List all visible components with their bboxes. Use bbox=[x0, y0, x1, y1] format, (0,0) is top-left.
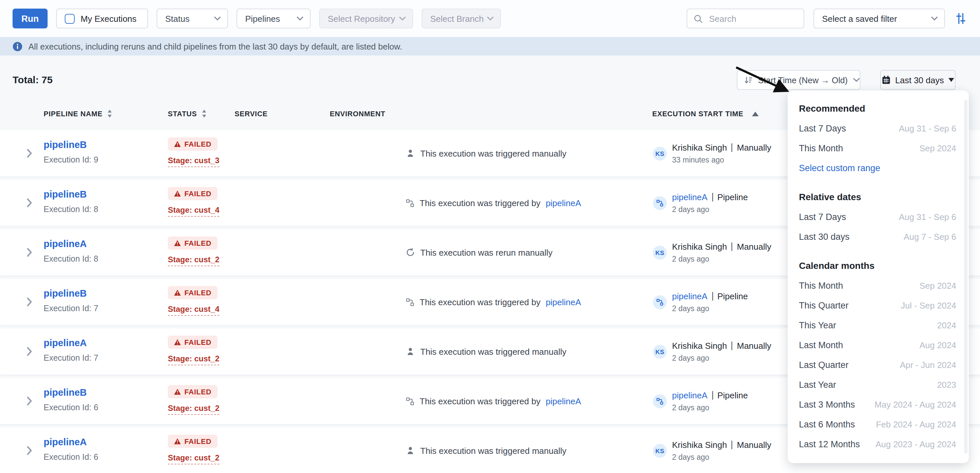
pipeline-name-link[interactable]: pipelineB bbox=[44, 387, 87, 398]
menu-item[interactable]: Last Year 2023 bbox=[788, 375, 969, 394]
header-status[interactable]: STATUS bbox=[168, 110, 207, 117]
menu-item[interactable]: Last 7 Days Aug 31 - Sep 6 bbox=[788, 118, 969, 138]
relative-time: 2 days ago bbox=[672, 453, 771, 461]
sort-arrows-icon[interactable] bbox=[202, 110, 207, 117]
trigger-message: This execution was triggered by bbox=[420, 297, 541, 307]
date-range-menu: Recommended Last 7 Days Aug 31 - Sep 6 T… bbox=[788, 90, 969, 463]
header-execution-start-time[interactable]: EXECUTION START TIME bbox=[652, 110, 759, 117]
info-icon bbox=[13, 41, 22, 51]
execution-id: Execution Id: 7 bbox=[44, 304, 98, 313]
search-box[interactable] bbox=[687, 9, 804, 29]
sort-dropdown[interactable]: Start Time (New → Old) bbox=[737, 70, 861, 90]
status-badge[interactable]: FAILED bbox=[168, 286, 217, 299]
menu-section-title: Relative dates bbox=[788, 187, 969, 207]
menu-item[interactable]: This Quarter Jul - Sep 2024 bbox=[788, 295, 969, 315]
select-branch-dropdown[interactable]: Select Branch bbox=[422, 9, 501, 29]
warning-triangle-icon bbox=[174, 141, 181, 147]
date-range-button[interactable]: Last 30 days bbox=[880, 70, 956, 90]
triggered-by: Krishika SinghManually bbox=[672, 440, 771, 450]
top-toolbar: Run My Executions Status Pipelines Selec… bbox=[0, 0, 980, 37]
pipeline-name-link[interactable]: pipelineA bbox=[44, 338, 87, 348]
saved-filter-dropdown[interactable]: Select a saved filter bbox=[813, 9, 945, 29]
row-expand-chevron[interactable] bbox=[26, 248, 32, 257]
warning-triangle-icon bbox=[174, 438, 181, 444]
search-icon bbox=[694, 14, 702, 23]
trigger-pipeline-link[interactable]: pipelineA bbox=[546, 396, 581, 406]
pipeline-name-link[interactable]: pipelineA bbox=[44, 436, 87, 447]
menu-scrollbar[interactable] bbox=[964, 100, 967, 454]
menu-item[interactable]: Last 30 days Aug 7 - Sep 6 bbox=[788, 227, 969, 246]
trigger-pipeline-link[interactable]: pipelineA bbox=[546, 297, 581, 307]
row-expand-chevron[interactable] bbox=[26, 446, 32, 455]
triggered-by: pipelineAPipeline bbox=[672, 192, 748, 202]
relative-time: 2 days ago bbox=[672, 305, 748, 313]
chevron-down-icon bbox=[931, 16, 938, 21]
status-badge[interactable]: FAILED bbox=[168, 236, 217, 250]
execution-id: Execution Id: 8 bbox=[44, 254, 98, 263]
menu-item[interactable]: Last 6 Months Feb 2024 - Aug 2024 bbox=[788, 414, 969, 434]
menu-section-recommended: Recommended Last 7 Days Aug 31 - Sep 6 T… bbox=[788, 98, 969, 178]
user-icon bbox=[406, 149, 415, 158]
menu-item[interactable]: This Month Sep 2024 bbox=[788, 276, 969, 295]
triggered-by: Krishika SinghManually bbox=[672, 341, 771, 351]
actor-pipeline-link[interactable]: pipelineA bbox=[672, 291, 707, 301]
row-expand-chevron[interactable] bbox=[26, 347, 32, 356]
row-expand-chevron[interactable] bbox=[26, 297, 32, 306]
pipelines-filter-dropdown[interactable]: Pipelines bbox=[237, 9, 310, 29]
my-executions-checkbox[interactable] bbox=[65, 14, 75, 24]
pipeline-icon bbox=[406, 198, 414, 207]
trigger-pipeline-link[interactable]: pipelineA bbox=[546, 198, 581, 208]
failed-stage-link[interactable]: Stage: cust_3 bbox=[168, 156, 220, 167]
failed-stage-link[interactable]: Stage: cust_2 bbox=[168, 354, 220, 365]
search-input[interactable] bbox=[708, 13, 797, 24]
warning-triangle-icon bbox=[174, 190, 181, 197]
actor-pipeline-link[interactable]: pipelineA bbox=[672, 192, 707, 202]
status-badge[interactable]: FAILED bbox=[168, 435, 217, 448]
total-count: Total: 75 bbox=[13, 74, 52, 85]
failed-stage-link[interactable]: Stage: cust_4 bbox=[168, 305, 220, 316]
actor-pipeline-link[interactable]: pipelineA bbox=[672, 390, 707, 400]
pipeline-avatar bbox=[653, 394, 667, 408]
menu-section-title: Calendar months bbox=[788, 256, 969, 276]
divider bbox=[732, 143, 732, 152]
execution-id: Execution Id: 6 bbox=[44, 403, 98, 412]
pipeline-icon bbox=[406, 298, 414, 306]
failed-stage-link[interactable]: Stage: cust_2 bbox=[168, 255, 220, 266]
filter-settings-icon[interactable] bbox=[954, 12, 967, 25]
run-button[interactable]: Run bbox=[13, 9, 48, 29]
menu-item[interactable]: Last 12 Months Aug 2023 - Aug 2024 bbox=[788, 434, 969, 454]
header-pipeline-name[interactable]: PIPELINE NAME bbox=[44, 110, 112, 117]
user-icon bbox=[406, 347, 415, 356]
menu-item[interactable]: Last 7 Days Aug 31 - Sep 6 bbox=[788, 207, 969, 227]
pipeline-name-link[interactable]: pipelineB bbox=[44, 140, 87, 150]
avatar: KS bbox=[653, 146, 667, 160]
status-badge[interactable]: FAILED bbox=[168, 385, 217, 398]
row-expand-chevron[interactable] bbox=[26, 396, 32, 406]
failed-stage-link[interactable]: Stage: cust_4 bbox=[168, 205, 220, 217]
calendar-icon bbox=[881, 75, 891, 84]
failed-stage-link[interactable]: Stage: cust_2 bbox=[168, 453, 220, 464]
select-repository-dropdown[interactable]: Select Repository bbox=[319, 9, 413, 29]
status-filter-dropdown[interactable]: Status bbox=[157, 9, 228, 29]
menu-item[interactable]: This Year 2024 bbox=[788, 315, 969, 335]
menu-item[interactable]: Last Quarter Apr - Jun 2024 bbox=[788, 355, 969, 375]
sort-icon bbox=[744, 76, 752, 84]
warning-triangle-icon bbox=[174, 339, 181, 346]
menu-item[interactable]: Last 3 Months May 2024 - Aug 2024 bbox=[788, 394, 969, 414]
pipeline-name-link[interactable]: pipelineA bbox=[44, 238, 87, 249]
row-expand-chevron[interactable] bbox=[26, 198, 32, 208]
menu-item[interactable]: Last Month Aug 2024 bbox=[788, 335, 969, 355]
pipeline-name-link[interactable]: pipelineB bbox=[44, 288, 87, 298]
pipeline-name-link[interactable]: pipelineB bbox=[44, 189, 87, 200]
status-badge[interactable]: FAILED bbox=[168, 336, 217, 349]
failed-stage-link[interactable]: Stage: cust_2 bbox=[168, 404, 220, 415]
select-custom-range-link[interactable]: Select custom range bbox=[788, 158, 969, 178]
menu-item[interactable]: This Month Sep 2024 bbox=[788, 138, 969, 158]
my-executions-toggle[interactable]: My Executions bbox=[56, 9, 148, 29]
caret-down-icon bbox=[948, 78, 955, 82]
pipeline-icon bbox=[656, 298, 663, 306]
status-badge[interactable]: FAILED bbox=[168, 187, 217, 200]
sort-arrows-icon[interactable] bbox=[107, 110, 112, 117]
status-badge[interactable]: FAILED bbox=[168, 137, 217, 151]
row-expand-chevron[interactable] bbox=[26, 149, 32, 158]
